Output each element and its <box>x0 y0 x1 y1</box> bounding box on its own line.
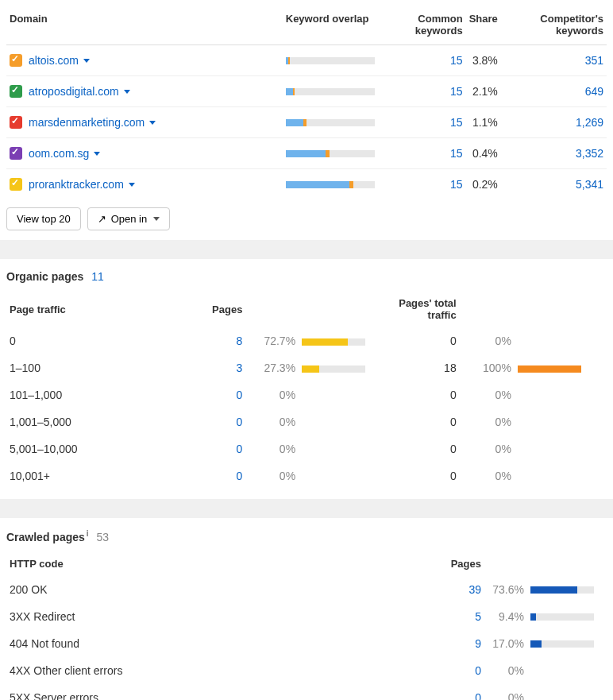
checkbox-icon[interactable] <box>10 116 22 129</box>
overlap-bar <box>286 88 375 95</box>
pages-value[interactable]: 39 <box>468 583 481 596</box>
organic-pages-count[interactable]: 11 <box>91 270 104 283</box>
pages-percent: 0% <box>260 389 295 401</box>
table-row: 1,001–5,00000%00% <box>6 408 607 435</box>
pages-value[interactable]: 0 <box>475 664 481 677</box>
overlap-bar <box>286 57 375 64</box>
pages-percent: 0% <box>489 691 524 700</box>
table-row: 5,001–10,00000%00% <box>6 435 607 462</box>
pages-bar <box>530 613 594 621</box>
header-overlap: Keyword overlap <box>283 6 378 45</box>
competitor-keywords-value[interactable]: 5,341 <box>576 178 603 191</box>
traffic-range-label: 1,001–5,000 <box>6 408 183 435</box>
traffic-range-label: 1–100 <box>6 354 183 381</box>
traffic-percent: 0% <box>476 470 511 482</box>
pages-value[interactable]: 9 <box>475 637 481 650</box>
pages-value[interactable]: 0 <box>237 443 243 455</box>
checkbox-icon[interactable] <box>10 85 22 98</box>
table-row: 101–1,00000%00% <box>6 381 607 408</box>
pages-percent: 72.7% <box>260 335 295 347</box>
domain-link[interactable]: marsdenmarketing.com <box>29 116 145 129</box>
pages-percent: 0% <box>260 443 295 455</box>
pages-percent: 73.6% <box>489 583 524 596</box>
common-keywords-value[interactable]: 15 <box>450 85 463 98</box>
traffic-percent: 0% <box>476 389 511 401</box>
chevron-down-icon[interactable] <box>149 121 156 125</box>
header-common: Common keywords <box>378 6 466 45</box>
table-row: 0872.7%00% <box>6 327 607 354</box>
table-row: oom.com.sg150.4%3,352 <box>6 138 607 169</box>
overlap-bar <box>286 119 375 126</box>
crawled-pages-title: Crawled pages <box>6 531 85 543</box>
organic-pages-section: Page traffic Pages Pages' total traffic … <box>0 286 613 489</box>
view-top-button[interactable]: View top 20 <box>6 207 81 230</box>
domain-link[interactable]: proranktracker.com <box>29 178 124 191</box>
domain-link[interactable]: altois.com <box>29 54 79 67</box>
traffic-value: 0 <box>391 435 459 462</box>
pages-value[interactable]: 8 <box>237 335 243 347</box>
chevron-down-icon[interactable] <box>124 90 130 94</box>
open-in-button[interactable]: ↗ Open in <box>87 207 171 230</box>
table-row: 1–100327.3%18100% <box>6 354 607 381</box>
pages-percent: 9.4% <box>489 610 524 623</box>
organic-pages-table: Page traffic Pages Pages' total traffic … <box>6 286 607 489</box>
common-keywords-value[interactable]: 15 <box>450 116 463 129</box>
traffic-range-label: 10,001+ <box>6 462 183 489</box>
share-value: 3.8% <box>466 45 501 76</box>
checkbox-icon[interactable] <box>10 54 22 67</box>
traffic-percent: 0% <box>476 335 511 347</box>
traffic-value: 0 <box>391 462 459 489</box>
organic-pages-header: Organic pages 11 <box>0 259 613 286</box>
table-row: 10,001+00%00% <box>6 462 607 489</box>
checkbox-icon[interactable] <box>10 178 22 191</box>
pages-percent: 0% <box>489 664 524 677</box>
http-code-label: 3XX Redirect <box>6 603 434 630</box>
competitor-keywords-value[interactable]: 1,269 <box>576 116 603 129</box>
pages-value[interactable]: 0 <box>237 389 243 401</box>
pages-bar <box>530 640 594 648</box>
http-code-label: 404 Not found <box>6 630 434 657</box>
traffic-percent: 100% <box>476 362 511 374</box>
pages-value[interactable]: 0 <box>237 416 243 428</box>
table-row: 3XX Redirect59.4% <box>6 603 607 630</box>
info-icon[interactable]: i <box>87 529 89 538</box>
pages-bar <box>530 586 594 594</box>
pages-value[interactable]: 3 <box>237 362 243 374</box>
header-pages-total-traffic: Pages' total traffic <box>391 286 459 327</box>
crawled-pages-table: HTTP code Pages 200 OK3973.6%3XX Redirec… <box>6 547 607 700</box>
domain-link[interactable]: oom.com.sg <box>29 147 89 160</box>
chevron-down-icon[interactable] <box>94 152 100 156</box>
section-divider <box>0 499 613 518</box>
checkbox-icon[interactable] <box>10 147 22 160</box>
table-row: 404 Not found917.0% <box>6 630 607 657</box>
competitor-keywords-value[interactable]: 351 <box>585 54 603 67</box>
crawled-pages-count: 53 <box>97 531 110 543</box>
chevron-down-icon[interactable] <box>129 183 135 187</box>
traffic-value: 0 <box>391 408 459 435</box>
header-page-traffic: Page traffic <box>6 286 183 327</box>
header-crawled-pages: Pages <box>434 547 484 576</box>
pages-percent: 17.0% <box>489 637 524 650</box>
organic-pages-title: Organic pages <box>6 270 83 283</box>
pages-value[interactable]: 5 <box>475 610 481 623</box>
pages-value[interactable]: 0 <box>475 691 481 700</box>
external-link-icon: ↗ <box>98 213 106 225</box>
common-keywords-value[interactable]: 15 <box>450 147 463 160</box>
section-divider <box>0 240 613 259</box>
crawled-pages-section: HTTP code Pages 200 OK3973.6%3XX Redirec… <box>0 547 613 700</box>
share-value: 2.1% <box>466 76 501 107</box>
pages-bar <box>302 338 365 346</box>
http-code-label: 200 OK <box>6 576 434 603</box>
pages-value[interactable]: 0 <box>237 470 243 482</box>
pages-percent: 0% <box>260 470 295 482</box>
common-keywords-value[interactable]: 15 <box>450 54 463 67</box>
open-in-label: Open in <box>111 213 148 225</box>
domain-link[interactable]: atroposdigital.com <box>29 85 119 98</box>
share-value: 0.4% <box>466 138 501 169</box>
chevron-down-icon[interactable] <box>83 59 90 63</box>
common-keywords-value[interactable]: 15 <box>450 178 463 191</box>
competitor-keywords-value[interactable]: 3,352 <box>576 147 603 160</box>
header-http-code: HTTP code <box>6 547 434 576</box>
header-share: Share <box>466 6 501 45</box>
competitor-keywords-value[interactable]: 649 <box>585 85 603 98</box>
